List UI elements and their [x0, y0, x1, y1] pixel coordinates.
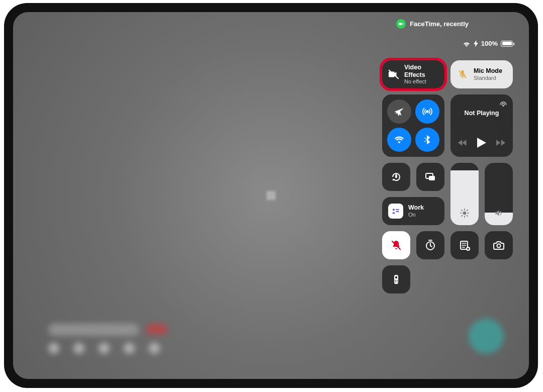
cc-row-remote: [382, 265, 513, 293]
svg-point-7: [463, 212, 467, 215]
svg-rect-12: [394, 275, 398, 284]
svg-point-0: [426, 110, 429, 113]
airplane-mode-button[interactable]: [387, 100, 411, 124]
mic-off-icon: [457, 69, 469, 79]
orientation-lock-button[interactable]: [382, 163, 410, 191]
svg-rect-1: [395, 175, 397, 178]
cc-row-shortcuts: [382, 231, 513, 259]
svg-point-13: [395, 276, 397, 278]
svg-point-4: [393, 209, 395, 211]
screen: FaceTime, recently 100% Video Effects No…: [13, 12, 529, 379]
timer-button[interactable]: [416, 231, 444, 259]
camera-button[interactable]: [485, 231, 513, 259]
video-effects-button[interactable]: Video Effects No effect: [382, 60, 444, 88]
airplay-icon[interactable]: [499, 99, 508, 108]
now-playing-label: Not Playing: [465, 110, 499, 117]
camera-off-icon: [388, 69, 399, 80]
svg-rect-5: [396, 209, 399, 210]
connectivity-group[interactable]: [382, 94, 444, 157]
volume-slider[interactable]: [485, 163, 513, 225]
svg-point-11: [497, 244, 501, 248]
silent-mode-button[interactable]: [382, 231, 410, 259]
video-effects-subtitle: No effect: [404, 78, 438, 85]
play-icon[interactable]: [477, 138, 486, 148]
focus-button[interactable]: Work On: [382, 197, 444, 225]
bluetooth-button[interactable]: [415, 128, 439, 152]
rewind-icon[interactable]: [458, 139, 467, 146]
video-effects-title: Video Effects: [404, 64, 438, 78]
focus-work-icon: [388, 204, 403, 219]
screen-mirroring-button[interactable]: [416, 163, 444, 191]
wifi-icon: [463, 41, 471, 47]
forward-icon[interactable]: [496, 139, 505, 146]
battery-percentage: 100%: [481, 40, 498, 47]
cc-row-effects: Video Effects No effect Mic Mode Standar…: [382, 60, 513, 88]
brightness-icon: [450, 208, 479, 218]
facetime-status-pill[interactable]: FaceTime, recently: [396, 19, 469, 29]
mic-mode-title: Mic Mode: [474, 67, 502, 74]
volume-icon: [485, 208, 513, 218]
media-controls[interactable]: Not Playing: [450, 94, 513, 157]
battery-icon: [501, 41, 513, 47]
mic-mode-button[interactable]: Mic Mode Standard: [450, 60, 513, 88]
mic-mode-subtitle: Standard: [474, 75, 502, 81]
background-blur-center: [266, 191, 276, 200]
focus-subtitle: On: [408, 212, 424, 218]
quick-note-button[interactable]: [450, 231, 479, 259]
airdrop-button[interactable]: [415, 100, 439, 124]
cc-row-connectivity-media: Not Playing: [382, 94, 513, 157]
brightness-slider[interactable]: [450, 163, 479, 225]
camera-active-icon: [396, 19, 406, 29]
control-center: Video Effects No effect Mic Mode Standar…: [382, 60, 513, 293]
svg-rect-6: [396, 211, 399, 212]
status-bar: 100%: [463, 40, 513, 47]
facetime-status-text: FaceTime, recently: [410, 20, 469, 28]
ipad-frame: FaceTime, recently 100% Video Effects No…: [4, 3, 538, 388]
charging-icon: [474, 40, 478, 47]
apple-tv-remote-button[interactable]: [382, 265, 410, 293]
svg-point-16: [395, 281, 396, 282]
svg-rect-3: [429, 176, 435, 180]
focus-title: Work: [408, 205, 424, 212]
background-facetime-bar: [33, 324, 509, 359]
svg-point-17: [397, 281, 398, 282]
svg-point-15: [397, 280, 398, 281]
cc-mid-leftcol: Work On: [382, 163, 444, 225]
svg-point-14: [395, 280, 396, 281]
wifi-button[interactable]: [387, 128, 411, 152]
cc-row-mid: Work On: [382, 163, 513, 225]
